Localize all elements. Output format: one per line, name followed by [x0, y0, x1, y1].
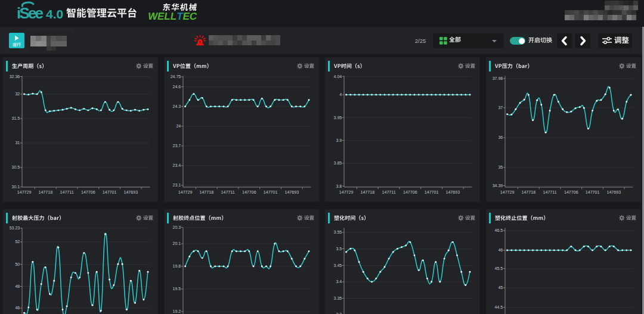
svg-text:32.36: 32.36 — [10, 74, 20, 79]
svg-text:36: 36 — [498, 135, 503, 139]
svg-text:20.3: 20.3 — [173, 225, 181, 229]
svg-text:45: 45 — [498, 285, 503, 290]
svg-text:3.35: 3.35 — [334, 296, 342, 300]
svg-text:34.39: 34.39 — [493, 184, 503, 188]
svg-text:147711: 147711 — [221, 190, 235, 195]
svg-text:147706: 147706 — [81, 190, 95, 195]
svg-text:3.85: 3.85 — [334, 161, 342, 165]
svg-text:147729: 147729 — [178, 190, 193, 195]
svg-text:53.23: 53.23 — [10, 226, 20, 230]
svg-text:147711: 147711 — [60, 190, 74, 195]
svg-text:19.8: 19.8 — [173, 264, 181, 268]
svg-text:147718: 147718 — [521, 190, 535, 195]
svg-text:147701: 147701 — [264, 190, 278, 195]
svg-text:147718: 147718 — [360, 190, 374, 195]
svg-text:35: 35 — [498, 165, 503, 169]
svg-text:20.1: 20.1 — [173, 241, 181, 245]
svg-text:147706: 147706 — [403, 190, 417, 195]
svg-text:147693: 147693 — [445, 190, 460, 195]
svg-text:3.45: 3.45 — [334, 263, 342, 268]
svg-text:37.98: 37.98 — [493, 76, 503, 80]
svg-text:3.4: 3.4 — [336, 279, 342, 284]
svg-text:147706: 147706 — [564, 190, 578, 195]
svg-text:24: 24 — [176, 124, 181, 128]
svg-text:4.04: 4.04 — [334, 74, 342, 79]
svg-text:24.75: 24.75 — [171, 74, 181, 79]
svg-text:147711: 147711 — [382, 190, 396, 195]
svg-text:147701: 147701 — [103, 190, 117, 195]
svg-text:147729: 147729 — [17, 190, 32, 195]
svg-text:31: 31 — [15, 141, 20, 145]
svg-text:44.5: 44.5 — [495, 305, 503, 309]
svg-text:iSee: iSee — [17, 4, 44, 22]
svg-text:23.7: 23.7 — [173, 144, 181, 148]
svg-text:147693: 147693 — [284, 190, 299, 195]
svg-text:3.95: 3.95 — [334, 116, 342, 120]
svg-text:50: 50 — [15, 262, 20, 266]
svg-text:31.5: 31.5 — [12, 116, 20, 120]
svg-text:147693: 147693 — [123, 190, 138, 195]
svg-text:147701: 147701 — [425, 190, 439, 195]
svg-text:3.9: 3.9 — [336, 138, 342, 142]
svg-text:46: 46 — [15, 306, 20, 310]
svg-text:147701: 147701 — [586, 190, 600, 195]
svg-text:3.5: 3.5 — [336, 247, 342, 251]
svg-text:147706: 147706 — [242, 190, 256, 195]
svg-text:147729: 147729 — [500, 190, 515, 195]
svg-text:19.5: 19.5 — [173, 287, 181, 291]
svg-text:52: 52 — [15, 240, 20, 244]
svg-text:3.8: 3.8 — [336, 184, 342, 188]
svg-text:37: 37 — [498, 105, 503, 110]
svg-text:46.5: 46.5 — [495, 228, 503, 232]
svg-text:4: 4 — [339, 92, 342, 97]
svg-text:147711: 147711 — [543, 190, 557, 195]
svg-text:24.6: 24.6 — [173, 85, 181, 89]
svg-text:23.1: 23.1 — [173, 183, 181, 187]
svg-text:147693: 147693 — [606, 190, 621, 195]
svg-text:3.55: 3.55 — [334, 230, 342, 234]
svg-text:45.5: 45.5 — [495, 266, 503, 271]
svg-text:32: 32 — [15, 92, 20, 96]
svg-text:46: 46 — [498, 248, 503, 252]
svg-text:19.2: 19.2 — [173, 309, 181, 313]
svg-text:4.0: 4.0 — [46, 7, 63, 21]
svg-text:147729: 147729 — [339, 190, 354, 195]
svg-text:30.1: 30.1 — [12, 185, 20, 189]
svg-text:147718: 147718 — [199, 190, 213, 195]
svg-text:147718: 147718 — [38, 190, 52, 195]
svg-text:23.4: 23.4 — [173, 163, 181, 167]
svg-text:48: 48 — [15, 284, 20, 288]
svg-text:30.5: 30.5 — [12, 165, 20, 169]
svg-text:24.3: 24.3 — [173, 104, 181, 108]
